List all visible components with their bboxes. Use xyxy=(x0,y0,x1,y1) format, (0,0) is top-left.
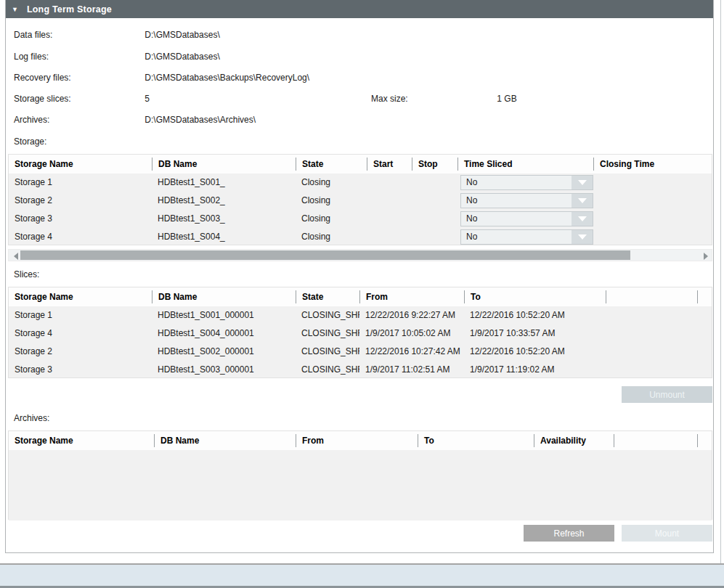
time-sliced-value: No xyxy=(461,230,572,244)
cell-db-name: HDBtest1_S004_000001 xyxy=(152,324,296,343)
cell-db-name: HDBtest1_S004_ xyxy=(152,228,296,246)
column-header-availability[interactable]: Availability xyxy=(534,434,614,447)
table-row[interactable]: Storage 3 HDBtest1_S003_000001 CLOSING_S… xyxy=(9,361,712,379)
column-header-start[interactable]: Start xyxy=(367,158,412,171)
cell-state: CLOSING_SHR xyxy=(296,361,359,379)
time-sliced-dropdown[interactable]: No xyxy=(460,211,593,226)
cell-state: Closing xyxy=(296,173,367,192)
panel-title: Long Term Storage xyxy=(27,4,112,15)
time-sliced-dropdown[interactable]: No xyxy=(460,229,593,245)
cell-start xyxy=(367,173,412,192)
refresh-button[interactable]: Refresh xyxy=(524,525,614,542)
field-archives: Archives: D:\GMSDatabases\Archives\ xyxy=(14,115,256,126)
cell-closing-time xyxy=(593,192,712,210)
column-header-storage-name[interactable]: Storage Name xyxy=(9,434,154,447)
column-header-from[interactable]: From xyxy=(296,434,418,447)
cell-from: 1/9/2017 10:05:02 AM xyxy=(359,324,464,343)
table-row[interactable]: Storage 2 HDBtest1_S002_ Closing No xyxy=(9,192,712,210)
column-header-db-name[interactable]: DB Name xyxy=(154,434,296,447)
table-row[interactable]: Storage 3 HDBtest1_S003_ Closing No xyxy=(9,210,712,228)
column-header-stop[interactable]: Stop xyxy=(412,158,457,171)
time-sliced-dropdown[interactable]: No xyxy=(460,175,593,190)
cell-state: CLOSING_SHR xyxy=(296,324,359,343)
cell-storage-name: Storage 4 xyxy=(9,324,152,343)
cell-storage-name: Storage 3 xyxy=(9,210,152,228)
cell-state: Closing xyxy=(296,192,367,210)
column-header-storage-name[interactable]: Storage Name xyxy=(9,290,152,303)
table-row[interactable]: Storage 1 HDBtest1_S001_ Closing No xyxy=(9,173,712,192)
scrollbar-thumb[interactable] xyxy=(20,250,630,260)
cell-time-sliced: No xyxy=(457,192,593,210)
column-header-closing-time[interactable]: Closing Time xyxy=(593,158,712,171)
slices-table: Storage Name DB Name State From To Stora… xyxy=(8,287,712,378)
table-row[interactable]: Storage 1 HDBtest1_S001_000001 CLOSING_S… xyxy=(9,306,712,324)
field-label: Log files: xyxy=(14,52,142,62)
column-header-tail xyxy=(697,290,712,303)
cell-empty xyxy=(606,343,712,361)
slices-section-label: Slices: xyxy=(14,269,39,279)
cell-state: CLOSING_SHR xyxy=(296,306,359,324)
slices-table-header: Storage Name DB Name State From To xyxy=(9,287,712,306)
long-term-storage-panel: ▼ Long Term Storage Data files: D:\GMSDa… xyxy=(5,0,714,553)
cell-stop xyxy=(412,173,457,192)
cell-closing-time xyxy=(593,210,712,228)
cell-db-name: HDBtest1_S003_000001 xyxy=(152,361,296,379)
cell-start xyxy=(367,228,412,246)
field-label: Max size: xyxy=(371,94,495,104)
cell-to: 1/9/2017 11:19:02 AM xyxy=(464,361,606,379)
table-row[interactable]: Storage 2 HDBtest1_S002_000001 CLOSING_S… xyxy=(9,343,712,361)
archives-section-label: Archives: xyxy=(14,413,49,423)
column-header-to[interactable]: To xyxy=(418,434,534,447)
cell-time-sliced: No xyxy=(457,210,593,228)
field-log-files: Log files: D:\GMSDatabases\ xyxy=(14,52,220,63)
dropdown-arrow-icon[interactable] xyxy=(572,212,593,226)
storage-table: Storage Name DB Name State Start Stop Ti… xyxy=(8,154,712,245)
field-data-files: Data files: D:\GMSDatabases\ xyxy=(14,30,220,41)
column-header-time-sliced[interactable]: Time Sliced xyxy=(457,158,593,171)
cell-db-name: HDBtest1_S002_ xyxy=(152,192,296,210)
table-row[interactable]: Storage 4 HDBtest1_S004_ Closing No xyxy=(9,228,712,246)
archives-table: Storage Name DB Name From To Availabilit… xyxy=(8,430,712,520)
cell-empty xyxy=(606,361,712,379)
column-header-db-name[interactable]: DB Name xyxy=(152,158,296,171)
field-value: D:\GMSDatabases\ xyxy=(145,52,219,62)
cell-storage-name: Storage 4 xyxy=(9,228,152,246)
unmount-button[interactable]: Unmount xyxy=(622,386,712,403)
dropdown-arrow-icon[interactable] xyxy=(572,176,593,189)
column-header-empty xyxy=(614,434,697,447)
cell-empty xyxy=(606,324,712,343)
cell-stop xyxy=(412,210,457,228)
archives-table-header: Storage Name DB Name From To Availabilit… xyxy=(9,431,712,450)
cell-time-sliced: No xyxy=(457,228,593,246)
cell-state: CLOSING_SHR xyxy=(296,343,359,361)
mount-button[interactable]: Mount xyxy=(622,525,712,542)
field-storage-slices: Storage slices: 5 xyxy=(14,94,150,105)
horizontal-scrollbar[interactable] xyxy=(8,249,712,261)
field-value: 5 xyxy=(145,94,150,104)
column-header-state[interactable]: State xyxy=(296,158,367,171)
column-header-from[interactable]: From xyxy=(359,290,464,303)
column-header-db-name[interactable]: DB Name xyxy=(152,290,296,303)
dropdown-arrow-icon[interactable] xyxy=(572,230,593,244)
cell-db-name: HDBtest1_S002_000001 xyxy=(152,343,296,361)
cell-db-name: HDBtest1_S001_000001 xyxy=(152,306,296,324)
field-max-size: Max size: 1 GB xyxy=(371,94,517,105)
dropdown-arrow-icon[interactable] xyxy=(572,194,593,208)
field-value: 1 GB xyxy=(497,94,516,104)
time-sliced-dropdown[interactable]: No xyxy=(460,193,593,208)
table-row[interactable]: Storage 4 HDBtest1_S004_000001 CLOSING_S… xyxy=(9,324,712,343)
collapse-icon[interactable]: ▼ xyxy=(12,6,18,13)
panel-header[interactable]: ▼ Long Term Storage xyxy=(6,0,713,18)
column-header-to[interactable]: To xyxy=(464,290,606,303)
column-header-storage-name[interactable]: Storage Name xyxy=(9,158,152,171)
scroll-right-icon[interactable] xyxy=(704,253,708,260)
cell-from: 1/9/2017 11:02:51 AM xyxy=(359,361,464,379)
scroll-left-icon[interactable] xyxy=(14,253,18,260)
field-value: D:\GMSDatabases\Archives\ xyxy=(145,115,256,125)
column-header-state[interactable]: State xyxy=(296,290,359,303)
cell-to: 12/22/2016 10:52:20 AM xyxy=(464,306,606,324)
cell-storage-name: Storage 3 xyxy=(9,361,152,379)
cell-stop xyxy=(412,192,457,210)
column-header-empty xyxy=(606,290,697,303)
time-sliced-value: No xyxy=(461,176,572,189)
